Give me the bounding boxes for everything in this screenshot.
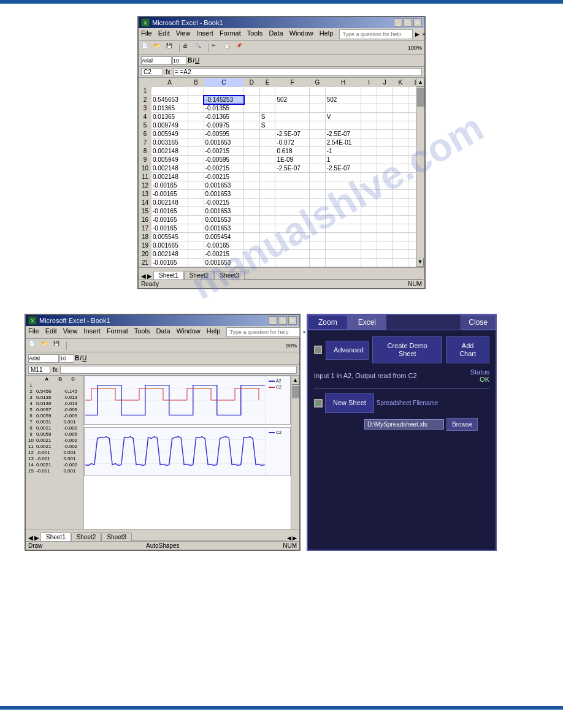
menu-window-1[interactable]: Window [289, 29, 313, 39]
new-file-btn[interactable]: 📄 [141, 42, 152, 53]
paste-btn[interactable]: 📌 [236, 42, 247, 53]
save-btn[interactable]: 💾 [166, 42, 177, 53]
cell-j2[interactable] [377, 96, 393, 104]
menu-help-1[interactable]: Help [320, 29, 334, 39]
underline-btn-2[interactable]: U [82, 355, 86, 362]
preview-btn[interactable]: 🔍 [194, 42, 205, 53]
save-btn-2[interactable]: 💾 [53, 340, 64, 351]
cell-f1[interactable] [275, 87, 310, 96]
cell-e1[interactable] [259, 87, 275, 96]
cell-a2[interactable]: 0.545653 [151, 96, 188, 104]
cell-reference-1[interactable]: C2 [141, 68, 163, 76]
bold-btn[interactable]: B [188, 57, 192, 64]
cell-h1[interactable] [325, 87, 361, 96]
formula-input-2[interactable] [60, 366, 297, 374]
col-header-b[interactable]: B [188, 78, 204, 87]
restore-btn-2[interactable]: □ [278, 316, 287, 325]
minimize-btn-1[interactable]: _ [394, 18, 402, 27]
menu-help-2[interactable]: Help [207, 327, 221, 337]
col-a-2[interactable]: A [36, 376, 58, 382]
menu-data-2[interactable]: Data [156, 327, 170, 337]
new-file-btn-2[interactable]: 📄 [28, 340, 39, 351]
font-size-input-2[interactable] [59, 354, 74, 363]
create-demo-sheet-btn[interactable]: Create Demo Sheet [372, 336, 442, 363]
font-name-input-2[interactable] [28, 354, 59, 363]
underline-btn[interactable]: U [195, 57, 199, 64]
cell-b1[interactable] [188, 87, 204, 96]
vertical-scrollbar-1[interactable]: ▲ ▼ [416, 78, 424, 267]
col-header-f[interactable]: F [275, 78, 310, 87]
scroll-thumb[interactable] [417, 88, 424, 107]
cell-h2[interactable]: 502 [325, 96, 361, 104]
sheet-tab-nav[interactable]: ◀ ▶ [141, 273, 152, 279]
cell-j1[interactable] [377, 87, 393, 96]
formula-input-1[interactable] [173, 68, 422, 76]
col-header-g[interactable]: G [310, 78, 326, 87]
dialog-tab-zoom[interactable]: Zoom [308, 315, 348, 330]
cell-i1[interactable] [361, 87, 377, 96]
scroll-up-btn[interactable]: ▲ [417, 78, 424, 87]
col-header-k[interactable]: K [393, 78, 408, 87]
advanced-checkbox[interactable] [314, 346, 322, 354]
cell-reference-2[interactable]: M11 [28, 366, 50, 374]
new-sheet-btn[interactable]: New Sheet [325, 393, 374, 412]
vertical-scrollbar-2[interactable]: ▲ [291, 376, 299, 529]
col-header-d[interactable]: D [244, 78, 260, 87]
menu-tools-1[interactable]: Tools [247, 29, 263, 39]
cell-c2[interactable]: -0.145253 [204, 96, 244, 104]
col-header-e[interactable]: E [259, 78, 275, 87]
col-header-i[interactable]: I [361, 78, 377, 87]
col-header-h[interactable]: H [325, 78, 361, 87]
sheet-tab-2-1[interactable]: Sheet1 [40, 533, 71, 541]
cell-e2[interactable] [259, 96, 275, 104]
bold-btn-2[interactable]: B [75, 355, 79, 362]
cell-d1[interactable] [244, 87, 260, 96]
sheet-tab-3[interactable]: Sheet3 [214, 271, 245, 279]
prev-sheet-btn[interactable]: ◀ [141, 273, 146, 279]
menu-edit-2[interactable]: Edit [45, 327, 57, 337]
cell-f2[interactable]: 502 [275, 96, 310, 104]
cell-c1[interactable] [204, 87, 244, 96]
menu-tools-2[interactable]: Tools [134, 327, 150, 337]
col-c-2[interactable]: C [63, 376, 83, 382]
print-btn[interactable]: 🖨 [182, 42, 193, 53]
restore-btn-1[interactable]: □ [404, 18, 412, 27]
menu-insert-1[interactable]: Insert [196, 29, 213, 39]
menu-format-2[interactable]: Format [107, 327, 128, 337]
cut-btn[interactable]: ✂ [211, 42, 222, 53]
help-go-btn[interactable]: ▶ [415, 31, 419, 37]
browse-btn[interactable]: Browse [446, 418, 478, 431]
dialog-close-btn[interactable]: Close [461, 315, 496, 330]
menu-file-2[interactable]: File [28, 327, 39, 337]
sheet-tab-2[interactable]: Sheet2 [184, 271, 215, 279]
scroll-left-btn[interactable]: ◀ [287, 535, 291, 541]
prev-sheet-btn-2[interactable]: ◀ [28, 534, 33, 541]
minimize-btn-2[interactable]: _ [269, 316, 277, 325]
cell-k2[interactable] [393, 96, 408, 104]
menu-view-1[interactable]: View [176, 29, 191, 39]
font-size-input[interactable] [172, 56, 187, 65]
sheet-tab-nav-2[interactable]: ◀ ▶ [28, 534, 39, 541]
menu-data-1[interactable]: Data [269, 29, 283, 39]
help-search-input[interactable] [339, 29, 413, 39]
menu-insert-2[interactable]: Insert [83, 327, 101, 337]
scroll-thumb-2[interactable] [292, 386, 299, 398]
help-close-2[interactable]: × [302, 329, 305, 335]
cell-k1[interactable] [393, 87, 408, 96]
scroll-down-btn[interactable]: ▼ [416, 258, 424, 267]
titlebar-controls-1[interactable]: _ □ × [394, 18, 422, 27]
close-btn-1[interactable]: × [413, 18, 422, 27]
col-header-c[interactable]: C [204, 78, 244, 87]
font-name-input[interactable] [141, 56, 172, 65]
horizontal-scroll[interactable]: ◀ ▶ [287, 535, 297, 541]
scroll-up-btn-2[interactable]: ▲ [292, 376, 299, 385]
menu-edit-1[interactable]: Edit [158, 29, 170, 39]
next-sheet-btn-2[interactable]: ▶ [34, 534, 39, 541]
help-search-input-2[interactable] [226, 327, 300, 337]
menu-window-2[interactable]: Window [177, 327, 201, 337]
col-b-2[interactable]: B [58, 376, 63, 382]
italic-btn[interactable]: I [193, 57, 194, 64]
menu-format-1[interactable]: Format [220, 29, 241, 39]
sheet-tab-1[interactable]: Sheet1 [153, 271, 184, 279]
filename-input[interactable] [364, 419, 444, 430]
